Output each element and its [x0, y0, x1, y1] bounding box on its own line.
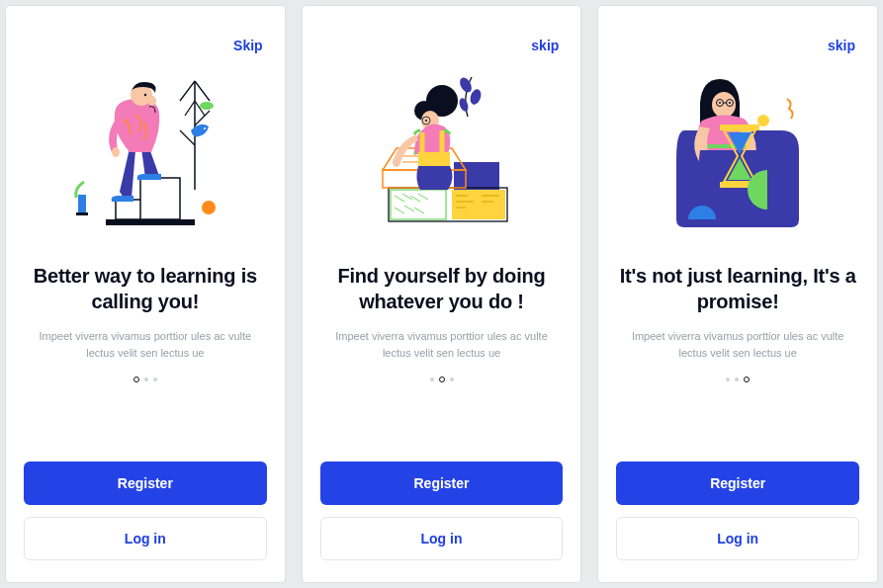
svg-point-36 — [757, 115, 769, 126]
register-button[interactable]: Register — [24, 462, 267, 505]
login-button[interactable]: Log in — [320, 517, 564, 560]
dot-1 — [144, 378, 148, 381]
svg-rect-6 — [76, 212, 88, 215]
dot-0 — [430, 378, 434, 381]
svg-point-8 — [112, 147, 120, 157]
svg-point-14 — [457, 97, 469, 113]
register-button[interactable]: Register — [616, 462, 859, 505]
svg-point-11 — [148, 96, 156, 106]
skip-link[interactable]: Skip — [233, 24, 267, 53]
dot-2 — [153, 378, 157, 381]
svg-rect-2 — [106, 219, 195, 225]
page-indicator — [320, 377, 564, 382]
login-button[interactable]: Log in — [616, 517, 859, 560]
onboarding-subtitle: Impeet viverra vivamus porttior ules ac … — [24, 328, 267, 361]
svg-point-30 — [719, 102, 721, 104]
onboarding-subtitle: Impeet viverra vivamus porttior ules ac … — [320, 328, 564, 361]
svg-rect-5 — [78, 195, 86, 212]
svg-point-31 — [729, 102, 731, 104]
button-group: Register Log in — [616, 462, 859, 560]
register-button[interactable]: Register — [320, 462, 564, 505]
dot-1 — [735, 378, 739, 381]
page-indicator — [24, 377, 267, 382]
button-group: Register Log in — [320, 462, 564, 560]
skip-link[interactable]: skip — [531, 24, 563, 53]
skip-link[interactable]: skip — [828, 24, 859, 53]
onboarding-subtitle: Impeet viverra vivamus porttior ules ac … — [616, 328, 859, 361]
svg-point-0 — [200, 102, 214, 110]
svg-point-7 — [202, 201, 216, 214]
illustration-person-steps-bird — [24, 61, 267, 239]
illustration-person-hourglass-chair — [616, 61, 859, 239]
svg-point-10 — [144, 94, 146, 96]
onboarding-screen-1: Skip — [6, 6, 285, 582]
illustration-person-reading-box — [320, 61, 564, 239]
dot-0 — [133, 377, 139, 382]
dot-2 — [450, 378, 454, 381]
button-group: Register Log in — [24, 462, 267, 560]
onboarding-title: It's not just learning, It's a promise! — [616, 263, 859, 314]
login-button[interactable]: Log in — [24, 517, 267, 560]
onboarding-title: Find yourself by doing whatever you do ! — [320, 263, 564, 314]
svg-rect-4 — [140, 178, 180, 219]
svg-point-1 — [204, 127, 206, 129]
onboarding-screen-2: skip — [303, 6, 581, 582]
dot-1 — [439, 377, 445, 382]
svg-rect-24 — [418, 152, 450, 166]
onboarding-title: Better way to learning is calling you! — [24, 263, 267, 314]
svg-point-25 — [393, 157, 400, 167]
svg-point-23 — [425, 120, 427, 122]
page-indicator — [616, 377, 859, 382]
onboarding-screen-3: skip — [598, 6, 877, 582]
svg-rect-18 — [452, 190, 505, 219]
dot-2 — [744, 377, 750, 382]
dot-0 — [726, 378, 730, 381]
